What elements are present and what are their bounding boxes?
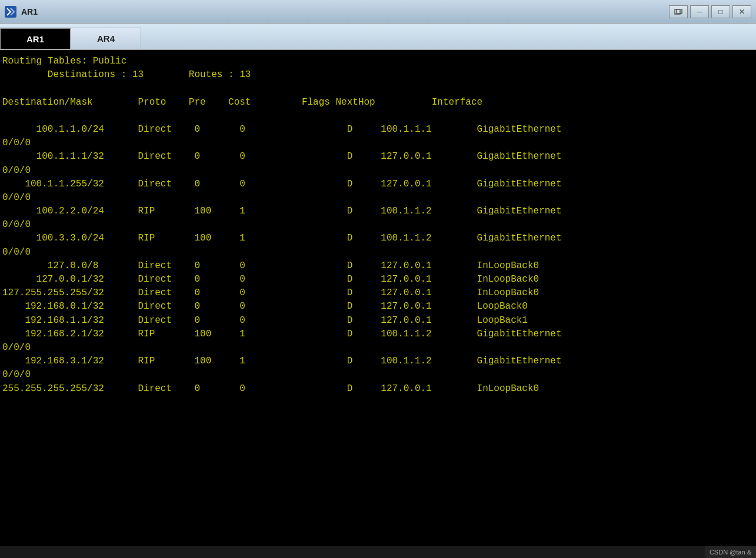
window-controls: ─ □ ✕ (669, 5, 751, 18)
terminal-text: Routing Tables: Public Destinations : 13… (2, 55, 754, 396)
close-button[interactable]: ✕ (732, 5, 751, 18)
maximize-button[interactable]: □ (711, 5, 730, 18)
tab-ar4[interactable]: AR4 (71, 28, 141, 49)
tab-bar: AR1 AR4 (0, 24, 756, 50)
watermark: CSDN @tan & (705, 546, 756, 558)
tab-ar1[interactable]: AR1 (0, 28, 71, 49)
restore-button[interactable] (669, 5, 688, 18)
title-bar: AR1 ─ □ ✕ (0, 0, 756, 24)
minimize-button[interactable]: ─ (690, 5, 709, 18)
window-title: AR1 (21, 7, 38, 16)
title-bar-left: AR1 (5, 6, 38, 18)
app-icon (5, 6, 16, 18)
terminal-content: Routing Tables: Public Destinations : 13… (0, 50, 756, 546)
